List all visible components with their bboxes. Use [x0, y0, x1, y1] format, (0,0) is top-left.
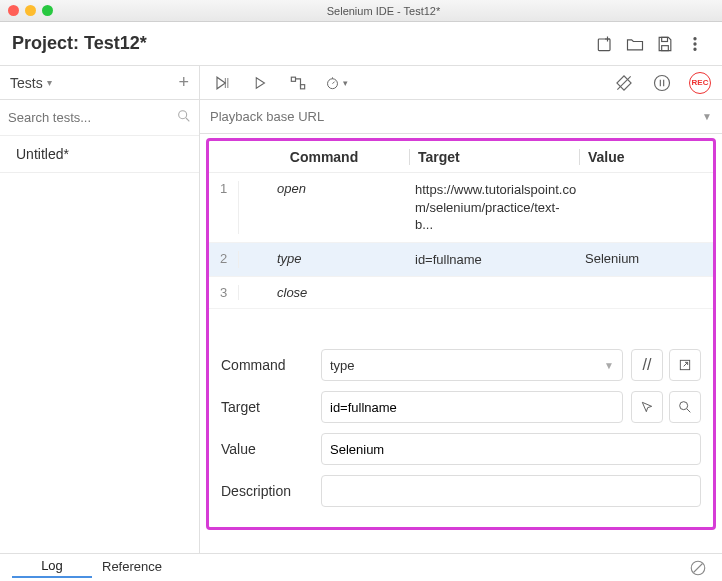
row-command: close — [239, 285, 407, 300]
row-target: https://www.tutorialspoint.com/selenium/… — [407, 181, 577, 234]
sidebar-header: Tests ▾ + — [0, 66, 199, 100]
header-target: Target — [409, 149, 579, 165]
chevron-down-icon: ▼ — [604, 360, 614, 371]
titlebar: Selenium IDE - Test12* — [0, 0, 722, 22]
run-current-button[interactable] — [248, 71, 272, 95]
table-row[interactable]: 2 type id=fullname Selenium — [209, 243, 713, 278]
svg-point-4 — [694, 42, 696, 44]
row-index: 1 — [209, 181, 239, 234]
main-panel: ▾ REC ▼ Command Target Value 1 open http… — [200, 66, 722, 553]
search-icon — [176, 108, 192, 128]
new-project-button[interactable] — [590, 29, 620, 59]
command-select-value: type — [330, 358, 355, 373]
row-command: open — [239, 181, 407, 234]
find-target-button[interactable] — [669, 391, 701, 423]
footer: Log Reference — [0, 553, 722, 581]
base-url-input[interactable] — [210, 109, 702, 124]
svg-rect-7 — [291, 77, 295, 81]
row-index: 3 — [209, 285, 239, 300]
clear-log-button[interactable] — [686, 556, 710, 580]
search-input[interactable] — [8, 110, 176, 125]
row-value: Selenium — [577, 251, 713, 269]
speed-button[interactable]: ▾ — [324, 71, 348, 95]
toolbar: ▾ REC — [200, 66, 722, 100]
close-window-icon[interactable] — [8, 5, 19, 16]
step-button[interactable] — [286, 71, 310, 95]
open-new-window-button[interactable] — [669, 349, 701, 381]
command-label: Command — [221, 357, 321, 373]
command-form: Command type ▼ // Target — [209, 339, 713, 527]
svg-point-3 — [694, 37, 696, 39]
chevron-down-icon[interactable]: ▾ — [47, 77, 52, 88]
chevron-down-icon[interactable]: ▼ — [702, 111, 712, 122]
svg-rect-0 — [598, 39, 610, 51]
svg-point-11 — [655, 75, 670, 90]
test-list: Untitled* — [0, 136, 199, 553]
svg-point-13 — [680, 402, 688, 410]
window-title: Selenium IDE - Test12* — [53, 5, 714, 17]
description-label: Description — [221, 483, 321, 499]
save-project-button[interactable] — [650, 29, 680, 59]
svg-rect-8 — [301, 84, 305, 88]
search-tests — [0, 100, 199, 136]
select-target-button[interactable] — [631, 391, 663, 423]
value-label: Value — [221, 441, 321, 457]
sidebar: Tests ▾ + Untitled* — [0, 66, 200, 553]
base-url-bar: ▼ — [200, 100, 722, 134]
svg-rect-1 — [662, 37, 668, 41]
run-all-button[interactable] — [210, 71, 234, 95]
add-test-button[interactable]: + — [178, 72, 189, 93]
window-controls — [8, 5, 53, 16]
tab-log[interactable]: Log — [12, 558, 92, 578]
sidebar-heading[interactable]: Tests — [10, 75, 43, 91]
target-label: Target — [221, 399, 321, 415]
pause-button[interactable] — [650, 71, 674, 95]
command-editor: Command Target Value 1 open https://www.… — [206, 138, 716, 530]
toggle-comment-button[interactable]: // — [631, 349, 663, 381]
table-row[interactable]: 3 close — [209, 277, 713, 309]
svg-point-5 — [694, 48, 696, 50]
target-input[interactable] — [321, 391, 623, 423]
description-input[interactable] — [321, 475, 701, 507]
project-title: Project: Test12* — [12, 33, 147, 54]
header-value: Value — [579, 149, 713, 165]
row-target: id=fullname — [407, 251, 577, 269]
command-select[interactable]: type ▼ — [321, 349, 623, 381]
header-command: Command — [239, 149, 409, 165]
disable-breakpoints-button[interactable] — [612, 71, 636, 95]
open-project-button[interactable] — [620, 29, 650, 59]
table-header: Command Target Value — [209, 141, 713, 173]
zoom-window-icon[interactable] — [42, 5, 53, 16]
table-row[interactable]: 1 open https://www.tutorialspoint.com/se… — [209, 173, 713, 243]
row-value — [577, 181, 713, 234]
tab-reference[interactable]: Reference — [92, 559, 172, 577]
row-index: 2 — [209, 251, 239, 269]
row-value — [577, 285, 713, 300]
svg-rect-2 — [662, 45, 669, 50]
row-command: type — [239, 251, 407, 269]
record-button[interactable]: REC — [688, 71, 712, 95]
value-input[interactable] — [321, 433, 701, 465]
test-list-item[interactable]: Untitled* — [0, 136, 199, 173]
more-menu-button[interactable] — [680, 29, 710, 59]
svg-point-6 — [179, 110, 187, 118]
row-target — [407, 285, 577, 300]
minimize-window-icon[interactable] — [25, 5, 36, 16]
project-bar: Project: Test12* — [0, 22, 722, 66]
